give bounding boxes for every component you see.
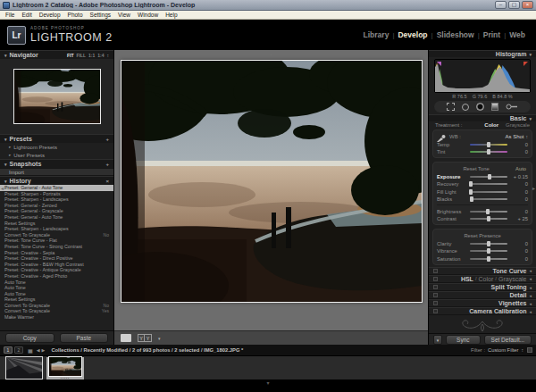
previous-photo-icon[interactable]: ◀ <box>37 347 40 353</box>
split-toning-panel-header[interactable]: Split Toning ◂ <box>429 283 536 291</box>
wb-eyedropper-icon[interactable] <box>436 133 446 143</box>
zoom-level[interactable]: ↕ <box>107 53 110 58</box>
zoom-level[interactable]: 1:4 <box>97 53 104 58</box>
module-tab[interactable]: Develop <box>398 30 427 39</box>
slider-track[interactable] <box>470 198 507 200</box>
top-panel-collapse-arrow[interactable]: ▴ <box>270 51 272 56</box>
slider-track[interactable] <box>470 183 507 185</box>
primary-monitor-button[interactable]: 1 <box>4 346 13 354</box>
slider-value[interactable]: 0 <box>510 241 528 246</box>
slider-knob[interactable] <box>487 241 490 246</box>
slider-track[interactable] <box>470 191 507 193</box>
history-item[interactable]: Reset Settings <box>0 296 113 303</box>
snapshots-header[interactable]: ▾ Snapshots + <box>0 159 113 168</box>
menu-item[interactable]: Develop <box>36 12 64 18</box>
slider-knob[interactable] <box>469 189 473 195</box>
module-tab[interactable]: Slideshow <box>437 30 474 39</box>
preset-folder[interactable]: ▸ Lightroom Presets <box>0 143 113 151</box>
slider-value[interactable]: 0 <box>510 189 528 195</box>
add-preset-icon[interactable]: + <box>105 137 109 142</box>
menu-item[interactable]: Window <box>134 12 162 18</box>
loupe-view-icon[interactable] <box>121 334 131 342</box>
wb-dropdown[interactable]: As Shot <box>505 134 523 139</box>
slider-knob[interactable] <box>469 181 473 187</box>
panel-toggle-icon[interactable] <box>433 301 438 305</box>
slider-value[interactable]: 0 <box>510 142 528 147</box>
grid-view-icon[interactable]: ▦ <box>28 347 33 354</box>
slider-track[interactable] <box>470 243 507 245</box>
spot-removal-tool-icon[interactable] <box>462 104 469 111</box>
basic-panel-header[interactable]: Basic ▾ <box>429 114 536 121</box>
graduated-filter-tool-icon[interactable] <box>491 103 498 111</box>
slider-track[interactable] <box>470 250 507 252</box>
snapshot-item[interactable]: Import <box>0 168 113 176</box>
history-item[interactable]: Preset: General - Grayscale <box>0 208 113 214</box>
slider-knob[interactable] <box>487 149 490 154</box>
slider-track[interactable] <box>470 211 507 213</box>
history-item[interactable]: Preset: Creative - Antique Grayscale <box>0 267 113 273</box>
history-item[interactable]: Preset: General - Auto Tone <box>0 185 113 191</box>
filter-lock-icon[interactable] <box>527 347 532 353</box>
shadow-clipping-icon[interactable] <box>437 62 441 66</box>
vignettes-panel-header[interactable]: Vignettes ◂ <box>429 299 536 307</box>
history-header[interactable]: ▾ History × <box>0 176 113 185</box>
hsl-label[interactable]: HSL <box>461 276 473 282</box>
highlight-clipping-icon[interactable] <box>523 62 528 66</box>
panel-toggle-icon[interactable] <box>433 277 438 281</box>
slider-knob[interactable] <box>488 174 491 179</box>
histogram[interactable] <box>434 59 531 93</box>
slider-knob[interactable] <box>487 256 490 262</box>
slider-track[interactable] <box>470 258 507 260</box>
menu-item[interactable]: File <box>2 12 18 18</box>
module-tab[interactable]: Library <box>364 30 389 39</box>
history-item[interactable]: Auto Tone <box>0 285 113 291</box>
history-item[interactable]: Preset: Tone Curve - Strong Contrast <box>0 244 113 250</box>
slider-track[interactable] <box>470 176 507 178</box>
filter-dropdown[interactable]: Custom Filter <box>488 347 518 353</box>
photo[interactable] <box>121 60 423 303</box>
filmstrip-thumbnail[interactable] <box>4 357 45 379</box>
menu-item[interactable]: Settings <box>87 12 115 18</box>
history-item[interactable]: Convert To Grayscale Yes <box>0 308 113 314</box>
treatment-color-option[interactable]: Color <box>484 122 498 128</box>
minimize-button[interactable]: – <box>495 1 507 9</box>
slider-knob[interactable] <box>487 216 490 221</box>
sync-button[interactable]: Sync <box>446 335 481 345</box>
history-item[interactable]: Preset: Sharpen - Landscapes <box>0 226 113 232</box>
slider-value[interactable]: 0 <box>510 248 528 254</box>
history-item[interactable]: Preset: General - Zeroed <box>0 203 113 209</box>
history-item[interactable]: Convert To Grayscale No <box>0 303 113 309</box>
detail-panel-header[interactable]: Detail ◂ <box>429 291 536 299</box>
history-item[interactable]: Auto Tone <box>0 291 113 297</box>
menu-item[interactable]: Help <box>162 12 180 18</box>
redeye-tool-icon[interactable] <box>476 103 484 111</box>
slider-value[interactable]: 0 <box>510 256 528 262</box>
wb-dropdown-icon[interactable]: ↕ <box>526 134 529 139</box>
zoom-level[interactable]: 1:1 <box>88 53 95 58</box>
module-tab[interactable]: Print <box>483 30 500 39</box>
slider-value[interactable]: + 0.15 <box>510 174 528 179</box>
slider-knob[interactable] <box>487 142 490 147</box>
reset-presence-button[interactable]: Reset Presence <box>464 233 500 238</box>
panel-toggle-icon[interactable] <box>433 293 438 297</box>
copy-button[interactable]: Copy <box>5 333 54 343</box>
history-item[interactable]: Convert To Grayscale No <box>0 232 113 238</box>
slider-knob[interactable] <box>486 209 490 214</box>
crop-tool-icon[interactable] <box>447 103 455 111</box>
slider-value[interactable]: 0 <box>510 196 528 202</box>
slider-knob[interactable] <box>487 248 490 254</box>
sync-switch-button[interactable]: ▾ <box>433 335 442 345</box>
auto-tone-button[interactable]: Auto <box>515 166 526 171</box>
history-item[interactable]: Reset Settings <box>0 221 113 227</box>
menu-item[interactable]: Edit <box>18 12 35 18</box>
histogram-header[interactable]: Histogram ▾ <box>429 50 536 57</box>
set-default-button[interactable]: Set Default... <box>484 335 532 345</box>
camera-calibration-panel-header[interactable]: Camera Calibration ◂ <box>429 307 536 315</box>
hsl-grayscale-label[interactable]: Grayscale <box>498 276 527 282</box>
history-item[interactable]: Preset: Sharpen - Portraits <box>0 191 113 197</box>
history-item[interactable]: Preset: Creative - Direct Positive <box>0 255 113 262</box>
left-panel-collapse-arrow[interactable]: ◂ <box>1 186 4 191</box>
slider-value[interactable]: 0 <box>510 181 528 187</box>
adjustment-brush-tool-icon[interactable] <box>506 103 518 111</box>
panel-toggle-icon[interactable] <box>433 269 438 273</box>
